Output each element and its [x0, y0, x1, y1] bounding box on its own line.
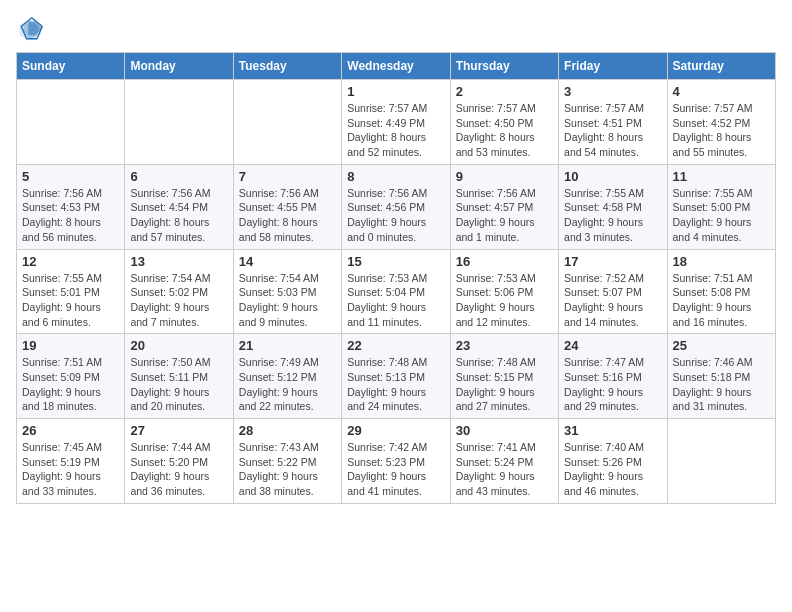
day-info: Sunrise: 7:55 AM Sunset: 4:58 PM Dayligh…	[564, 186, 661, 245]
day-info: Sunrise: 7:56 AM Sunset: 4:54 PM Dayligh…	[130, 186, 227, 245]
calendar-cell: 7Sunrise: 7:56 AM Sunset: 4:55 PM Daylig…	[233, 164, 341, 249]
day-number: 30	[456, 423, 553, 438]
calendar-table: SundayMondayTuesdayWednesdayThursdayFrid…	[16, 52, 776, 504]
calendar-cell: 19Sunrise: 7:51 AM Sunset: 5:09 PM Dayli…	[17, 334, 125, 419]
day-info: Sunrise: 7:40 AM Sunset: 5:26 PM Dayligh…	[564, 440, 661, 499]
day-number: 21	[239, 338, 336, 353]
day-info: Sunrise: 7:51 AM Sunset: 5:08 PM Dayligh…	[673, 271, 770, 330]
day-number: 27	[130, 423, 227, 438]
day-number: 7	[239, 169, 336, 184]
day-info: Sunrise: 7:52 AM Sunset: 5:07 PM Dayligh…	[564, 271, 661, 330]
calendar-cell: 20Sunrise: 7:50 AM Sunset: 5:11 PM Dayli…	[125, 334, 233, 419]
day-info: Sunrise: 7:44 AM Sunset: 5:20 PM Dayligh…	[130, 440, 227, 499]
day-number: 16	[456, 254, 553, 269]
day-info: Sunrise: 7:53 AM Sunset: 5:04 PM Dayligh…	[347, 271, 444, 330]
col-header-monday: Monday	[125, 53, 233, 80]
calendar-cell: 17Sunrise: 7:52 AM Sunset: 5:07 PM Dayli…	[559, 249, 667, 334]
day-info: Sunrise: 7:57 AM Sunset: 4:51 PM Dayligh…	[564, 101, 661, 160]
day-number: 28	[239, 423, 336, 438]
calendar-cell: 3Sunrise: 7:57 AM Sunset: 4:51 PM Daylig…	[559, 80, 667, 165]
calendar-cell	[667, 419, 775, 504]
day-number: 17	[564, 254, 661, 269]
day-number: 4	[673, 84, 770, 99]
day-info: Sunrise: 7:53 AM Sunset: 5:06 PM Dayligh…	[456, 271, 553, 330]
day-info: Sunrise: 7:57 AM Sunset: 4:52 PM Dayligh…	[673, 101, 770, 160]
col-header-friday: Friday	[559, 53, 667, 80]
calendar-cell: 18Sunrise: 7:51 AM Sunset: 5:08 PM Dayli…	[667, 249, 775, 334]
day-info: Sunrise: 7:54 AM Sunset: 5:02 PM Dayligh…	[130, 271, 227, 330]
day-info: Sunrise: 7:48 AM Sunset: 5:15 PM Dayligh…	[456, 355, 553, 414]
col-header-tuesday: Tuesday	[233, 53, 341, 80]
day-info: Sunrise: 7:56 AM Sunset: 4:56 PM Dayligh…	[347, 186, 444, 245]
col-header-wednesday: Wednesday	[342, 53, 450, 80]
day-info: Sunrise: 7:54 AM Sunset: 5:03 PM Dayligh…	[239, 271, 336, 330]
calendar-cell: 22Sunrise: 7:48 AM Sunset: 5:13 PM Dayli…	[342, 334, 450, 419]
day-number: 26	[22, 423, 119, 438]
logo	[16, 16, 48, 44]
day-number: 29	[347, 423, 444, 438]
day-number: 19	[22, 338, 119, 353]
day-number: 1	[347, 84, 444, 99]
calendar-header-row: SundayMondayTuesdayWednesdayThursdayFrid…	[17, 53, 776, 80]
logo-icon	[16, 16, 44, 44]
day-number: 9	[456, 169, 553, 184]
calendar-cell	[125, 80, 233, 165]
day-info: Sunrise: 7:51 AM Sunset: 5:09 PM Dayligh…	[22, 355, 119, 414]
day-number: 14	[239, 254, 336, 269]
calendar-cell: 5Sunrise: 7:56 AM Sunset: 4:53 PM Daylig…	[17, 164, 125, 249]
day-info: Sunrise: 7:56 AM Sunset: 4:53 PM Dayligh…	[22, 186, 119, 245]
day-number: 13	[130, 254, 227, 269]
calendar-cell: 27Sunrise: 7:44 AM Sunset: 5:20 PM Dayli…	[125, 419, 233, 504]
calendar-cell	[233, 80, 341, 165]
calendar-cell: 9Sunrise: 7:56 AM Sunset: 4:57 PM Daylig…	[450, 164, 558, 249]
calendar-week-5: 26Sunrise: 7:45 AM Sunset: 5:19 PM Dayli…	[17, 419, 776, 504]
day-number: 6	[130, 169, 227, 184]
day-info: Sunrise: 7:45 AM Sunset: 5:19 PM Dayligh…	[22, 440, 119, 499]
calendar-cell: 16Sunrise: 7:53 AM Sunset: 5:06 PM Dayli…	[450, 249, 558, 334]
calendar-cell: 12Sunrise: 7:55 AM Sunset: 5:01 PM Dayli…	[17, 249, 125, 334]
day-info: Sunrise: 7:56 AM Sunset: 4:55 PM Dayligh…	[239, 186, 336, 245]
col-header-sunday: Sunday	[17, 53, 125, 80]
calendar-cell: 6Sunrise: 7:56 AM Sunset: 4:54 PM Daylig…	[125, 164, 233, 249]
day-info: Sunrise: 7:57 AM Sunset: 4:50 PM Dayligh…	[456, 101, 553, 160]
calendar-cell: 30Sunrise: 7:41 AM Sunset: 5:24 PM Dayli…	[450, 419, 558, 504]
col-header-saturday: Saturday	[667, 53, 775, 80]
day-number: 12	[22, 254, 119, 269]
day-info: Sunrise: 7:42 AM Sunset: 5:23 PM Dayligh…	[347, 440, 444, 499]
calendar-week-1: 1Sunrise: 7:57 AM Sunset: 4:49 PM Daylig…	[17, 80, 776, 165]
calendar-cell: 15Sunrise: 7:53 AM Sunset: 5:04 PM Dayli…	[342, 249, 450, 334]
calendar-cell: 26Sunrise: 7:45 AM Sunset: 5:19 PM Dayli…	[17, 419, 125, 504]
day-info: Sunrise: 7:41 AM Sunset: 5:24 PM Dayligh…	[456, 440, 553, 499]
calendar-cell: 11Sunrise: 7:55 AM Sunset: 5:00 PM Dayli…	[667, 164, 775, 249]
calendar-cell	[17, 80, 125, 165]
day-number: 18	[673, 254, 770, 269]
calendar-cell: 1Sunrise: 7:57 AM Sunset: 4:49 PM Daylig…	[342, 80, 450, 165]
calendar-cell: 10Sunrise: 7:55 AM Sunset: 4:58 PM Dayli…	[559, 164, 667, 249]
calendar-week-4: 19Sunrise: 7:51 AM Sunset: 5:09 PM Dayli…	[17, 334, 776, 419]
day-info: Sunrise: 7:55 AM Sunset: 5:01 PM Dayligh…	[22, 271, 119, 330]
calendar-week-2: 5Sunrise: 7:56 AM Sunset: 4:53 PM Daylig…	[17, 164, 776, 249]
calendar-cell: 23Sunrise: 7:48 AM Sunset: 5:15 PM Dayli…	[450, 334, 558, 419]
calendar-cell: 4Sunrise: 7:57 AM Sunset: 4:52 PM Daylig…	[667, 80, 775, 165]
day-number: 8	[347, 169, 444, 184]
day-number: 22	[347, 338, 444, 353]
calendar-cell: 24Sunrise: 7:47 AM Sunset: 5:16 PM Dayli…	[559, 334, 667, 419]
day-info: Sunrise: 7:55 AM Sunset: 5:00 PM Dayligh…	[673, 186, 770, 245]
calendar-cell: 13Sunrise: 7:54 AM Sunset: 5:02 PM Dayli…	[125, 249, 233, 334]
day-info: Sunrise: 7:47 AM Sunset: 5:16 PM Dayligh…	[564, 355, 661, 414]
calendar-cell: 29Sunrise: 7:42 AM Sunset: 5:23 PM Dayli…	[342, 419, 450, 504]
calendar-cell: 31Sunrise: 7:40 AM Sunset: 5:26 PM Dayli…	[559, 419, 667, 504]
calendar-cell: 14Sunrise: 7:54 AM Sunset: 5:03 PM Dayli…	[233, 249, 341, 334]
day-number: 5	[22, 169, 119, 184]
day-info: Sunrise: 7:43 AM Sunset: 5:22 PM Dayligh…	[239, 440, 336, 499]
day-number: 10	[564, 169, 661, 184]
day-number: 25	[673, 338, 770, 353]
day-number: 15	[347, 254, 444, 269]
day-info: Sunrise: 7:56 AM Sunset: 4:57 PM Dayligh…	[456, 186, 553, 245]
day-number: 2	[456, 84, 553, 99]
day-number: 20	[130, 338, 227, 353]
day-number: 11	[673, 169, 770, 184]
calendar-cell: 2Sunrise: 7:57 AM Sunset: 4:50 PM Daylig…	[450, 80, 558, 165]
page-header	[16, 16, 776, 44]
calendar-cell: 28Sunrise: 7:43 AM Sunset: 5:22 PM Dayli…	[233, 419, 341, 504]
